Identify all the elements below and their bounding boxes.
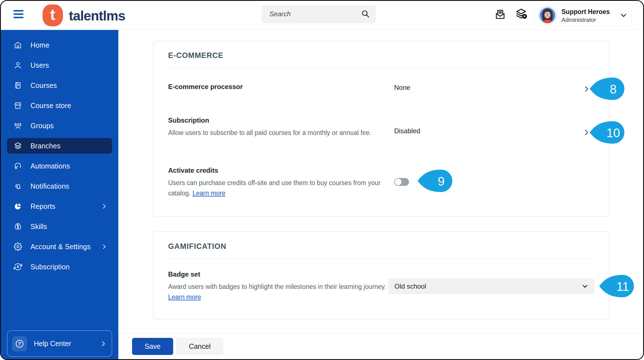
profile-menu[interactable]: Support Heroes Administrator (534, 4, 632, 27)
sidebar-item-label: Skills (30, 223, 47, 231)
sidebar-item-label: Branches (30, 142, 60, 150)
svg-text:?: ? (18, 341, 21, 347)
sidebar-item-course-store[interactable]: Course store (7, 98, 112, 113)
chevron-right-icon[interactable] (583, 129, 590, 136)
courses-icon (14, 81, 22, 90)
settings-gear-icon (14, 242, 22, 251)
gamification-section: GAMIFICATION Badge set Award users with … (153, 231, 609, 319)
sidebar-item-label: Reports (30, 202, 55, 211)
toggle-knob (395, 179, 401, 185)
sidebar-item-courses[interactable]: Courses (7, 78, 112, 93)
sidebar-item-reports[interactable]: Reports (7, 198, 112, 214)
app-window: t talentlms (0, 0, 644, 360)
home-icon (14, 41, 22, 49)
sidebar-item-users[interactable]: Users (7, 57, 112, 73)
badge-set-label: Badge set (168, 270, 200, 278)
inbox-messages-icon[interactable] (494, 8, 506, 22)
skills-icon (14, 222, 22, 231)
brand-wordmark: talentlms (69, 8, 125, 24)
search-input[interactable] (262, 5, 376, 23)
help-icon: ? (12, 336, 27, 351)
section-title: E-COMMERCE (168, 51, 224, 60)
top-bar: t talentlms (1, 1, 643, 30)
badge-set-select[interactable]: Old school (388, 279, 594, 294)
sidebar-item-label: Course store (30, 102, 71, 110)
sidebar-item-label: Notifications (30, 182, 69, 190)
subscription-description: Allow users to subscribe to all paid cou… (168, 128, 377, 138)
learn-more-link[interactable]: Learn more (168, 293, 201, 301)
help-center-label: Help Center (34, 340, 71, 348)
profile-name: Support Heroes (561, 8, 610, 16)
learn-more-link[interactable]: Learn more (192, 190, 225, 197)
sidebar-item-label: Home (30, 41, 50, 49)
divider (118, 333, 643, 333)
badge-desc-text: Award users with badges to highlight the… (168, 283, 386, 290)
hamburger-menu-icon[interactable] (13, 10, 24, 20)
avatar (538, 6, 557, 25)
reports-icon (14, 202, 22, 211)
sidebar-item-subscription[interactable]: $ Subscription (7, 259, 112, 275)
talentlms-logo-icon[interactable]: t (43, 4, 63, 26)
section-title: GAMIFICATION (168, 242, 226, 251)
divider (168, 68, 594, 69)
sidebar-item-groups[interactable]: Groups (7, 118, 112, 134)
sidebar-item-label: Account & Settings (30, 243, 91, 251)
ecommerce-processor-value: None (394, 84, 410, 92)
profile-role: Administrator (561, 17, 596, 23)
sidebar-item-automations[interactable]: Automations (7, 158, 112, 174)
logo-initial: t (50, 6, 55, 24)
sidebar-item-branches[interactable]: Branches (7, 138, 112, 154)
sidebar-item-home[interactable]: Home (7, 37, 112, 53)
chevron-right-icon (101, 203, 107, 209)
sidebar-item-label: Groups (30, 122, 54, 130)
activate-credits-description: Users can purchase credits off-site and … (168, 178, 386, 198)
users-icon (14, 61, 22, 69)
sidebar-item-skills[interactable]: Skills (7, 219, 112, 234)
chevron-down-icon[interactable] (620, 12, 627, 20)
save-button[interactable]: Save (132, 338, 173, 355)
groups-icon (14, 121, 22, 130)
sidebar-item-label: Automations (30, 162, 70, 170)
branch-switcher-icon[interactable] (514, 7, 528, 22)
divider (168, 259, 594, 259)
sidebar-item-label: Subscription (30, 263, 70, 271)
search-icon[interactable] (361, 10, 370, 20)
course-store-icon (14, 101, 22, 110)
activate-credits-toggle[interactable] (394, 178, 409, 186)
ecommerce-section: E-COMMERCE E-commerce processor None Sub… (153, 41, 609, 216)
search-box[interactable] (262, 5, 376, 23)
sidebar: Home Users Courses (1, 30, 118, 359)
chevron-right-icon (100, 340, 107, 347)
ecommerce-processor-label: E-commerce processor (168, 83, 243, 91)
sidebar-item-label: Courses (30, 81, 57, 90)
cancel-button[interactable]: Cancel (176, 338, 223, 355)
badge-set-value: Old school (394, 282, 426, 290)
branches-icon (14, 142, 22, 150)
chevron-right-icon[interactable] (583, 85, 590, 93)
automations-icon (14, 162, 22, 170)
main-content: E-COMMERCE E-commerce processor None Sub… (118, 30, 643, 359)
subscription-label: Subscription (168, 116, 209, 124)
svg-text:$: $ (17, 265, 19, 269)
sidebar-item-notifications[interactable]: Notifications (7, 178, 112, 194)
subscription-icon: $ (14, 263, 22, 271)
badge-set-description: Award users with badges to highlight the… (168, 282, 386, 302)
notifications-icon (14, 182, 22, 190)
subscription-value: Disabled (394, 127, 420, 135)
activate-credits-label: Activate credits (168, 167, 218, 174)
sidebar-item-label: Users (30, 61, 49, 69)
help-center[interactable]: ? Help Center (7, 330, 112, 357)
chevron-right-icon (101, 244, 107, 250)
chevron-down-icon (581, 283, 589, 290)
sidebar-item-account-settings[interactable]: Account & Settings (7, 239, 112, 254)
